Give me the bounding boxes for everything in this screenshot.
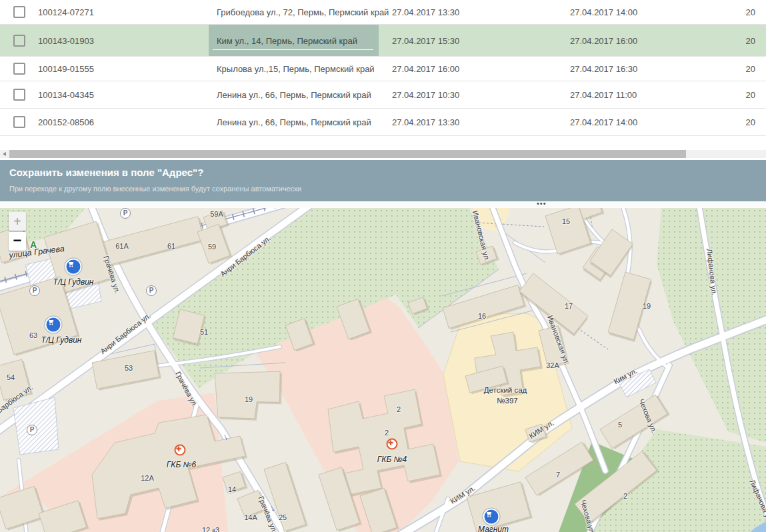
notification-subtitle: При переходе к другому полю внесенные из… xyxy=(9,185,301,193)
table-row[interactable]: 200152-08506 Ленина ул., 66, Пермь, Перм… xyxy=(0,109,766,136)
row-checkbox[interactable] xyxy=(13,63,25,75)
page: 100124-07271 Грибоедова ул., 72, Пермь, … xyxy=(0,0,766,532)
row-checkbox[interactable] xyxy=(13,35,25,47)
address-cell: Грибоедова ул., 72, Пермь, Пермский край xyxy=(217,7,389,17)
building-label: 12А xyxy=(141,474,154,482)
scroll-left-icon[interactable] xyxy=(0,150,9,158)
street-label: Анри Барбюса ул. xyxy=(99,311,152,355)
input-underline xyxy=(213,49,373,50)
poi-label: ГКБ №6 xyxy=(167,460,196,469)
order-number-cell: 200152-08506 xyxy=(38,117,94,127)
route-point-a-marker: A xyxy=(30,239,37,250)
row-checkbox[interactable] xyxy=(13,116,25,128)
start-date-cell: 27.04.2017 15:30 xyxy=(392,35,459,45)
shopping-cart-icon xyxy=(47,318,61,332)
building-label: 15 xyxy=(562,217,570,225)
drag-dots-icon: ••• xyxy=(537,199,547,207)
poi-label: Т/Ц Гудвин xyxy=(53,277,94,287)
order-number-cell: 100143-01903 xyxy=(38,35,94,45)
quantity-cell: 20 xyxy=(746,7,755,17)
building-label: 53 xyxy=(125,364,133,372)
start-date-cell: 27.04.2017 13:30 xyxy=(392,117,459,127)
order-number-cell: 100149-01555 xyxy=(38,64,94,74)
map-container[interactable]: .bs{fill:#b3ab95;opacity:.5} .bb{fill:#e… xyxy=(0,208,766,532)
building-label: 19 xyxy=(245,395,253,403)
building-label: 59 xyxy=(208,243,216,251)
parking-icon: P xyxy=(29,285,40,296)
street-label: КИМ ул. xyxy=(527,419,555,441)
building-label: 2 xyxy=(385,429,389,437)
building-label: 19 xyxy=(643,302,651,310)
street-label: Барбюса ул. xyxy=(0,383,34,415)
map-zoom-controls: + − xyxy=(9,212,26,251)
address-cell: Ленина ул., 66, Пермь, Пермский край xyxy=(217,90,371,100)
building-label: 54 xyxy=(7,373,15,381)
zoom-in-button[interactable]: + xyxy=(9,212,26,231)
building-label: 17 xyxy=(565,302,573,310)
building-label: 2 xyxy=(623,492,627,500)
street-label: Ивановская ул. xyxy=(471,210,492,263)
area-label: №397 xyxy=(497,397,518,405)
street-label: Чехова ул. xyxy=(637,398,658,435)
scrollbar-thumb[interactable] xyxy=(9,150,686,158)
area-label: Детский сад xyxy=(484,386,527,394)
zoom-out-button[interactable]: − xyxy=(9,232,26,251)
building-label: 61А xyxy=(115,242,129,250)
street-label: Ивановская ул. xyxy=(546,314,571,365)
end-date-cell: 27.04.2017 16:30 xyxy=(570,64,637,74)
poi-label: Т/Ц Гудвин xyxy=(41,335,82,345)
notification-title: Сохранить изменения в поле "Адрес"? xyxy=(9,167,203,178)
street-label: Лифанова ул. xyxy=(705,248,718,295)
building-label: 7 xyxy=(556,471,560,479)
address-edit-value: Ким ул., 14, Пермь, Пермский край xyxy=(217,35,357,45)
splitter-handle[interactable]: ••• xyxy=(0,201,766,208)
row-checkbox[interactable] xyxy=(13,89,25,101)
oneway-arrow-icon: ← xyxy=(217,431,231,444)
order-number-cell: 100134-04345 xyxy=(38,90,94,100)
building-label: 16 xyxy=(478,312,486,320)
save-notification: Сохранить изменения в поле "Адрес"? При … xyxy=(0,160,766,201)
hospital-cross-icon xyxy=(175,445,186,456)
start-date-cell: 27.04.2017 16:00 xyxy=(392,64,459,74)
shopping-cart-icon xyxy=(485,510,499,524)
start-date-cell: 27.04.2017 10:30 xyxy=(392,90,459,100)
start-date-cell: 27.04.2017 13:30 xyxy=(392,7,459,17)
street-label: Анри Барбюса ул. xyxy=(219,234,272,278)
table-row[interactable]: 100134-04345 Ленина ул., 66, Пермь, Перм… xyxy=(0,81,766,109)
quantity-cell: 20 xyxy=(746,64,755,74)
end-date-cell: 27.04.2017 14:00 xyxy=(570,7,637,17)
street-label: КИМ ул. xyxy=(449,484,476,505)
quantity-cell: 20 xyxy=(746,117,755,127)
map-label-layer: улица ГрачеваГрачёва ул.Анри Барбюса ул.… xyxy=(0,208,766,532)
parking-icon: P xyxy=(27,425,37,435)
address-cell: Ленина ул., 66, Пермь, Пермский край xyxy=(217,117,371,127)
parking-icon: P xyxy=(146,285,157,296)
table-row[interactable]: 100124-07271 Грибоедова ул., 72, Пермь, … xyxy=(0,0,766,25)
address-edit-field[interactable]: Ким ул., 14, Пермь, Пермский край xyxy=(209,25,379,56)
poi-label: ГКБ №4 xyxy=(377,455,407,464)
address-cell: Крылова ул.,15, Пермь, Пермский край xyxy=(217,64,375,74)
building-label: 59А xyxy=(210,210,223,218)
orders-table: 100124-07271 Грибоедова ул., 72, Пермь, … xyxy=(0,0,766,150)
building-label: 51 xyxy=(200,328,208,336)
table-row[interactable]: 100149-01555 Крылова ул.,15, Пермь, Перм… xyxy=(0,57,766,81)
building-label: 14 xyxy=(228,485,236,493)
parking-icon: P xyxy=(120,208,131,219)
shopping-cart-icon xyxy=(67,260,81,274)
building-label: 14А xyxy=(244,513,257,521)
building-label: 12 к3 xyxy=(202,526,219,532)
street-label: Лифанова ул. xyxy=(748,478,766,524)
street-label: Ким ул. xyxy=(612,367,638,385)
poi-label: Магнит xyxy=(478,525,509,532)
street-label: Чехова ул. xyxy=(579,499,597,532)
table-row-selected[interactable]: 100143-01903 Ким ул., 14, Пермь, Пермски… xyxy=(0,25,766,57)
building-label: 25 xyxy=(279,513,287,521)
street-label: Грачёва ул. xyxy=(174,370,199,409)
building-label: 63 xyxy=(29,331,37,339)
end-date-cell: 27.04.2017 11:00 xyxy=(570,90,637,100)
horizontal-scrollbar[interactable] xyxy=(0,150,766,158)
row-checkbox[interactable] xyxy=(13,6,25,18)
end-date-cell: 27.04.2017 16:00 xyxy=(570,35,637,45)
hospital-cross-icon xyxy=(387,439,398,450)
quantity-cell: 20 xyxy=(746,90,755,100)
